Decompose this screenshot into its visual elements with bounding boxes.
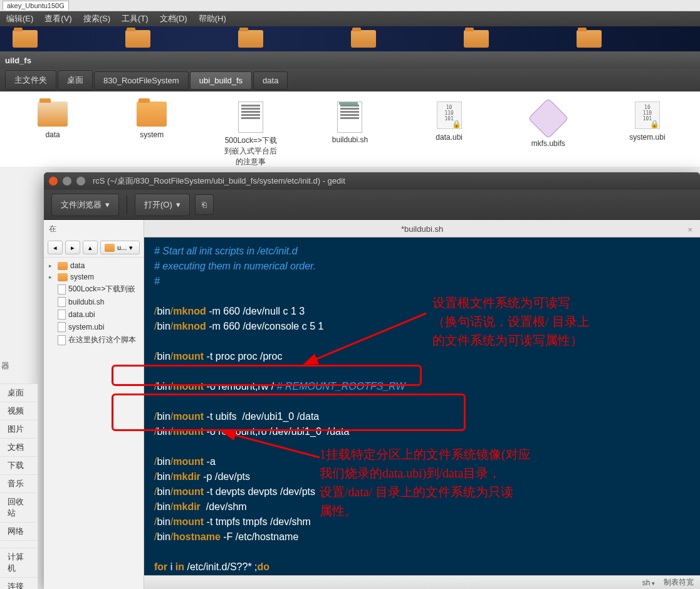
menu-help[interactable]: 帮助(H) xyxy=(199,13,226,24)
crumb-desktop[interactable]: 桌面 xyxy=(58,70,93,90)
tree-file[interactable]: 500Lock=>下载到嵌 xyxy=(44,283,144,296)
file-dataubi[interactable]: 10110101 data.ubi xyxy=(422,102,477,142)
label: system.ubi xyxy=(68,323,104,331)
file-mini-icon xyxy=(58,335,66,345)
annotation-box-2 xyxy=(112,394,466,431)
svg-line-0 xyxy=(313,313,426,360)
file-buildubi[interactable]: buildubi.sh xyxy=(322,102,377,144)
nav-location-dropdown[interactable]: u... ▾ xyxy=(100,241,140,254)
document-icon xyxy=(238,102,263,133)
sidebar-tree: ▸data ▸system 500Lock=>下载到嵌 buildubi.sh … xyxy=(44,258,144,349)
tree-file[interactable]: 在这里执行这个脚本 xyxy=(44,333,144,347)
item-label: system.ubi xyxy=(629,133,665,142)
label: u... xyxy=(117,244,127,251)
desktop-folder-icon[interactable] xyxy=(13,30,38,48)
folder-system[interactable]: system xyxy=(124,102,179,139)
gedit-titlebar[interactable]: rcS (~/桌面/830_RootFileSystem/ubi_build_f… xyxy=(44,172,700,190)
crumb-home[interactable]: 主文件夹 xyxy=(5,70,56,90)
open-button[interactable]: 打开(O) ▾ xyxy=(135,194,190,216)
window-minimize-icon[interactable] xyxy=(63,177,71,185)
gedit-statusbar: sh 制表符宽 xyxy=(144,575,700,589)
nav-up-button[interactable]: ▴ xyxy=(83,241,98,254)
label: 500Lock=>下载到嵌 xyxy=(68,284,135,294)
window-maximize-icon[interactable] xyxy=(76,177,85,185)
item-label: buildubi.sh xyxy=(332,135,368,144)
separator xyxy=(127,195,127,214)
label: data.ubi xyxy=(68,310,95,319)
tree-folder-data[interactable]: ▸data xyxy=(44,260,144,271)
menu-docs[interactable]: 文档(D) xyxy=(160,13,187,24)
place-connect[interactable]: 连接到服 xyxy=(0,577,38,589)
place-network[interactable]: 网络 xyxy=(0,522,38,540)
menu-tools[interactable]: 工具(T) xyxy=(122,13,149,24)
tab-label: *buildubi.sh xyxy=(401,224,443,234)
label: buildubi.sh xyxy=(68,298,104,306)
folder-mini-icon xyxy=(58,262,68,270)
tab-close-icon[interactable]: × xyxy=(687,225,692,234)
tree-folder-system[interactable]: ▸system xyxy=(44,271,144,283)
file-500lock[interactable]: 500Lock=>下载到嵌入式平台后的注意事 xyxy=(223,102,278,167)
script-icon xyxy=(337,102,362,133)
crumb-data[interactable]: data xyxy=(253,71,288,90)
place-pictures[interactable]: 图片 xyxy=(0,420,38,438)
desktop-folder-icon[interactable] xyxy=(238,30,263,48)
desktop-folder-icon[interactable] xyxy=(464,30,489,48)
annotation-text-2: 1挂载特定分区上的文件系统镜像(对应 我们烧录的data.ubi)到/data目… xyxy=(320,445,531,520)
file-mkfsubifs[interactable]: mkfs.ubifs xyxy=(521,102,576,148)
menu-search[interactable]: 搜索(S) xyxy=(83,13,110,24)
place-music[interactable]: 音乐 xyxy=(0,474,38,493)
status-tabwidth[interactable]: 制表符宽 xyxy=(664,577,694,588)
place-computer[interactable]: 计算机 xyxy=(0,548,38,577)
item-label: system xyxy=(140,130,164,139)
new-tab-button[interactable]: ⎗ xyxy=(195,194,214,215)
vm-tab[interactable]: akey_Ubuntu150G xyxy=(3,1,69,10)
place-downloads[interactable]: 下载 xyxy=(0,456,38,474)
tree-file[interactable]: system.ubi xyxy=(44,321,144,333)
annotation-arrow-2 xyxy=(226,429,326,469)
new-tab-icon: ⎗ xyxy=(202,200,207,209)
place-desktop[interactable]: 桌面 xyxy=(0,383,38,402)
nav-back-button[interactable]: ◂ xyxy=(48,241,63,254)
item-label: data.ubi xyxy=(436,133,462,142)
label: 打开(O) xyxy=(144,199,172,211)
vm-tab-strip: akey_Ubuntu150G xyxy=(0,0,700,11)
desktop-folder-icon[interactable] xyxy=(577,30,602,48)
menu-edit[interactable]: 编辑(E) xyxy=(6,13,33,24)
side-fragment-label: 器 xyxy=(1,360,9,372)
breadcrumb-bar: 主文件夹 桌面 830_RootFileSystem ubi_build_fs … xyxy=(0,69,700,91)
nav-forward-button[interactable]: ▸ xyxy=(65,241,80,254)
annotation-text-1: 设置根文件系统为可读写 （换句话说，设置根/ 目录上 的文件系统为可读写属性） xyxy=(432,293,590,350)
binary-lock-icon: 10110101 xyxy=(437,102,462,129)
chevron-down-icon: ▾ xyxy=(176,200,180,209)
item-label: data xyxy=(45,130,60,139)
place-videos[interactable]: 视频 xyxy=(0,402,38,420)
file-mini-icon xyxy=(58,310,66,320)
tree-file[interactable]: data.ubi xyxy=(44,308,144,321)
file-browser-button[interactable]: 文件浏览器 ▾ xyxy=(51,194,119,216)
status-language[interactable]: sh xyxy=(642,578,655,587)
spacer xyxy=(0,540,38,548)
binary-lock-icon: 10110101 xyxy=(635,102,660,129)
crumb-buildfs[interactable]: ubi_build_fs xyxy=(190,71,252,90)
crumb-rootfs[interactable]: 830_RootFileSystem xyxy=(94,71,189,90)
window-close-icon[interactable] xyxy=(49,177,58,185)
sidebar-label: 在 xyxy=(44,220,144,238)
menu-view[interactable]: 查看(V) xyxy=(44,13,71,24)
folder-data[interactable]: data xyxy=(25,102,80,139)
file-mini-icon xyxy=(58,284,66,294)
desktop-folder-icon[interactable] xyxy=(351,30,376,48)
svg-line-1 xyxy=(232,434,320,457)
executable-icon xyxy=(528,98,568,138)
file-mini-icon xyxy=(58,322,66,332)
place-documents[interactable]: 文档 xyxy=(0,438,38,456)
gedit-toolbar: 文件浏览器 ▾ 打开(O) ▾ ⎗ xyxy=(44,190,700,220)
desktop-folder-icon[interactable] xyxy=(125,30,150,48)
filemanager-content: data system 500Lock=>下载到嵌入式平台后的注意事 build… xyxy=(0,91,700,167)
folder-mini-icon xyxy=(58,273,68,281)
tree-file[interactable]: buildubi.sh xyxy=(44,296,144,308)
places-sidebar: 桌面 视频 图片 文档 下载 音乐 回收站 网络 计算机 连接到服 xyxy=(0,383,38,589)
editor-tab[interactable]: *buildubi.sh × xyxy=(144,221,700,237)
file-systemubi[interactable]: 10110101 system.ubi xyxy=(620,102,675,142)
place-trash[interactable]: 回收站 xyxy=(0,493,38,522)
label: data xyxy=(70,261,85,270)
